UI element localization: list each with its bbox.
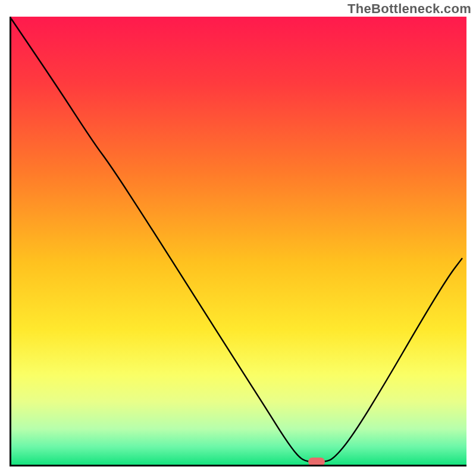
chart-background <box>11 17 466 465</box>
chart-plot-area <box>10 17 466 466</box>
chart-svg <box>11 17 466 465</box>
watermark-text: TheBottleneck.com <box>347 1 471 17</box>
optimal-point-marker <box>308 458 325 466</box>
